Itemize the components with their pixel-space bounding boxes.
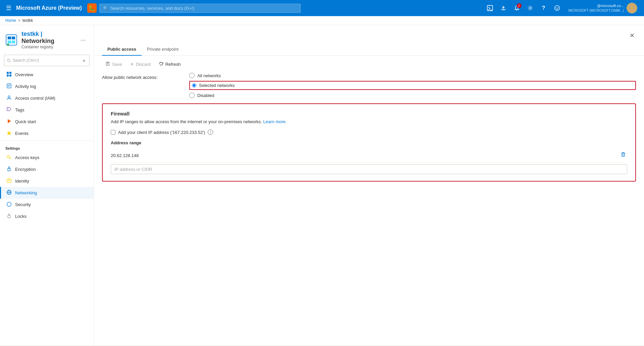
close-button[interactable]: ✕: [628, 31, 636, 41]
sidebar-item-quick-start[interactable]: Quick start: [0, 116, 94, 128]
delete-icon: [621, 152, 626, 157]
client-ip-checkbox[interactable]: [111, 130, 115, 135]
radio-selected-networks-input[interactable]: [192, 83, 196, 88]
sidebar-item-networking-label: Networking: [15, 190, 37, 195]
radio-all-networks-input[interactable]: [189, 73, 195, 78]
discard-icon: ✕: [130, 62, 134, 67]
save-button[interactable]: Save: [102, 60, 126, 69]
firewall-desc-text: Add IP ranges to allow access from the i…: [111, 119, 262, 124]
sidebar-item-identity[interactable]: Identity: [0, 175, 94, 187]
content-area: ✕ Public access Private endpoint Save ✕ …: [94, 25, 644, 345]
radio-disabled[interactable]: Disabled: [189, 93, 636, 98]
identity-icon: [6, 178, 12, 184]
svg-marker-27: [7, 131, 11, 135]
svg-point-8: [629, 9, 635, 13]
network-access-options: All networks Selected networks Disabled: [189, 73, 636, 98]
breadcrumb-current: testkk: [22, 18, 33, 23]
radio-disabled-input[interactable]: [189, 93, 195, 98]
sidebar-search-input[interactable]: [13, 58, 79, 63]
sidebar-item-encryption-label: Encryption: [15, 167, 36, 172]
breadcrumb-separator: >: [18, 18, 20, 23]
feedback-icon[interactable]: [551, 2, 563, 14]
user-email: @microsoft.co...: [568, 3, 624, 8]
svg-point-7: [630, 5, 634, 8]
help-icon[interactable]: ?: [538, 2, 550, 14]
breadcrumb-home[interactable]: Home: [5, 18, 16, 23]
client-ip-row: Add your client IP address ('167.220.233…: [111, 130, 627, 135]
radio-selected-networks[interactable]: Selected networks: [189, 81, 636, 90]
svg-point-33: [8, 180, 10, 181]
svg-point-28: [7, 156, 10, 158]
discard-button[interactable]: ✕ Discard: [127, 60, 154, 68]
sidebar-collapse-button[interactable]: «: [81, 56, 87, 64]
notification-badge: 2: [517, 3, 522, 8]
radio-group: All networks Selected networks Disabled: [189, 73, 636, 98]
sidebar-item-access-keys[interactable]: Access keys: [0, 152, 94, 163]
info-icon[interactable]: i: [208, 130, 213, 135]
learn-more-link[interactable]: Learn more.: [263, 119, 287, 124]
svg-point-4: [554, 6, 559, 11]
radio-all-networks[interactable]: All networks: [189, 73, 636, 78]
radio-all-networks-label: All networks: [197, 73, 221, 78]
bell-icon[interactable]: 2: [511, 2, 523, 14]
svg-marker-32: [7, 178, 11, 183]
encryption-icon: [6, 166, 12, 172]
more-options-button[interactable]: ···: [78, 35, 88, 45]
terminal-icon[interactable]: [484, 2, 496, 14]
user-profile[interactable]: @microsoft.co... MICROSOFT (MICROSOFT.ON…: [566, 3, 640, 13]
sidebar-item-networking[interactable]: Networking: [0, 187, 94, 199]
settings-icon[interactable]: [524, 2, 536, 14]
resource-subtitle: Container registry: [21, 45, 74, 49]
address-range-label: Address range: [111, 140, 627, 145]
tab-private-endpoint[interactable]: Private endpoint: [142, 43, 184, 56]
refresh-button[interactable]: Refresh: [155, 60, 184, 69]
firewall-description: Add IP ranges to allow access from the i…: [111, 119, 627, 124]
svg-rect-37: [8, 215, 10, 218]
hamburger-icon[interactable]: ☰: [4, 2, 13, 14]
save-label: Save: [112, 62, 122, 67]
topbar-icons: 2 ?: [484, 2, 563, 14]
sidebar-item-security[interactable]: Security: [0, 199, 94, 210]
address-row: 20.62.128.148: [111, 148, 627, 163]
svg-rect-17: [7, 72, 9, 74]
sidebar-item-locks[interactable]: Locks: [0, 210, 94, 222]
sidebar-item-access-control-label: Access control (IAM): [15, 96, 55, 101]
delete-ip-button[interactable]: [619, 151, 627, 160]
content-header: ✕: [94, 25, 644, 41]
svg-rect-19: [7, 75, 9, 77]
svg-rect-18: [9, 72, 11, 74]
save-icon: [105, 61, 110, 67]
bug-icon[interactable]: 🐛: [87, 3, 97, 13]
refresh-icon: [159, 61, 163, 67]
avatar: [627, 3, 637, 13]
resource-name: testkk | Networking: [21, 31, 74, 45]
sidebar-item-overview-label: Overview: [15, 72, 33, 77]
sidebar-item-tags[interactable]: Tags: [0, 104, 94, 116]
search-bar[interactable]: 🔍: [99, 4, 301, 13]
svg-rect-39: [107, 62, 109, 63]
svg-rect-20: [9, 75, 11, 77]
svg-point-25: [8, 109, 8, 109]
access-control-icon: [6, 95, 12, 101]
sidebar-search[interactable]: «: [4, 55, 90, 66]
sidebar-item-overview[interactable]: Overview: [0, 69, 94, 81]
tab-public-access[interactable]: Public access: [102, 43, 142, 56]
cloud-upload-icon[interactable]: [497, 2, 509, 14]
svg-point-6: [557, 7, 558, 8]
sidebar-item-security-label: Security: [15, 202, 31, 207]
user-info: @microsoft.co... MICROSOFT (MICROSOFT.ON…: [568, 3, 624, 12]
sidebar-item-activity-log[interactable]: Activity log: [0, 81, 94, 92]
network-access-row: Allow public network access: All network…: [102, 73, 636, 98]
quick-start-icon: [6, 118, 12, 125]
ip-address-input[interactable]: [111, 164, 627, 174]
svg-rect-11: [12, 37, 15, 39]
app-title: Microsoft Azure (Preview): [16, 5, 82, 11]
sidebar-item-access-keys-label: Access keys: [15, 155, 39, 160]
search-input[interactable]: [110, 6, 297, 11]
sidebar-item-events[interactable]: Events: [0, 128, 94, 139]
sidebar-item-access-control[interactable]: Access control (IAM): [0, 92, 94, 104]
svg-rect-10: [8, 37, 11, 39]
svg-marker-26: [8, 119, 11, 123]
security-icon: [6, 201, 12, 208]
sidebar-item-encryption[interactable]: Encryption: [0, 163, 94, 175]
